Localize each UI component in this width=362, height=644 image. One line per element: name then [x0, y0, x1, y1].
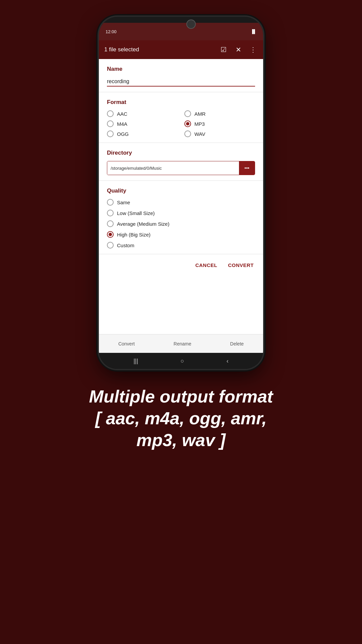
directory-section: Directory •••: [99, 143, 263, 181]
quality-option-same[interactable]: Same: [107, 199, 255, 206]
directory-input-row: •••: [107, 161, 255, 175]
phone-frame: 12:00 ▐▌ 1 file selected ☑ ✕ ⋮ Name Form…: [99, 17, 263, 369]
radio-mp3: [184, 120, 191, 127]
cancel-button[interactable]: CANCEL: [194, 260, 219, 271]
dialog-overlay: Name Format AAC AMR: [99, 59, 263, 334]
format-option-wav[interactable]: WAV: [184, 130, 255, 137]
radio-same: [107, 199, 114, 206]
radio-m4a: [107, 120, 114, 127]
convert-button[interactable]: CONVERT: [227, 260, 255, 271]
action-bar-title: 1 file selected: [104, 46, 215, 53]
format-section: Format AAC AMR M4A: [99, 92, 263, 143]
bottom-nav: Convert Rename Delete: [99, 334, 263, 353]
status-time: 12:00: [106, 29, 117, 34]
battery-icon: ▐▌: [251, 29, 256, 34]
radio-custom: [107, 242, 114, 249]
quality-option-high[interactable]: High (Big Size): [107, 231, 255, 238]
quality-high-label: High (Big Size): [117, 232, 150, 237]
format-option-m4a[interactable]: M4A: [107, 120, 178, 127]
quality-section: Quality Same Low (Small Size) Averag: [99, 181, 263, 254]
quality-option-average[interactable]: Average (Medium Size): [107, 220, 255, 227]
format-m4a-label: M4A: [117, 121, 127, 127]
nav-rename[interactable]: Rename: [174, 341, 191, 346]
promo-line-3: mp3, wav ]: [89, 429, 273, 451]
quality-list: Same Low (Small Size) Average (Medium Si…: [107, 199, 255, 249]
format-grid: AAC AMR M4A MP3: [107, 110, 255, 137]
radio-ogg: [107, 130, 114, 137]
recents-icon[interactable]: |||: [133, 358, 138, 365]
format-option-amr[interactable]: AMR: [184, 110, 255, 117]
radio-low: [107, 210, 114, 216]
directory-browse-button[interactable]: •••: [239, 161, 255, 175]
promo-text-block: Multiple output format [ aac, m4a, ogg, …: [69, 386, 293, 451]
quality-option-custom[interactable]: Custom: [107, 242, 255, 249]
format-option-aac[interactable]: AAC: [107, 110, 178, 117]
quality-low-label: Low (Small Size): [117, 210, 155, 216]
format-aac-label: AAC: [117, 111, 127, 117]
radio-aac: [107, 110, 114, 117]
format-amr-label: AMR: [194, 111, 205, 117]
promo-line-1: Multiple output format: [89, 386, 273, 408]
radio-average: [107, 220, 114, 227]
format-option-ogg[interactable]: OGG: [107, 130, 178, 137]
more-options-icon[interactable]: ⋮: [248, 45, 258, 54]
bg-content: Name Format AAC AMR: [99, 59, 263, 334]
radio-amr: [184, 110, 191, 117]
dialog: Name Format AAC AMR: [99, 59, 263, 334]
back-icon[interactable]: ‹: [227, 358, 229, 365]
quality-custom-label: Custom: [117, 243, 134, 248]
name-input[interactable]: [107, 77, 255, 87]
nav-delete[interactable]: Delete: [230, 341, 244, 346]
camera-icon: [186, 19, 196, 29]
format-label: Format: [107, 99, 255, 106]
status-icons: ▐▌: [251, 29, 256, 34]
checkbox-icon[interactable]: ☑: [219, 45, 228, 54]
browse-dots-icon: •••: [244, 165, 249, 171]
radio-wav: [184, 130, 191, 137]
name-label: Name: [107, 66, 255, 72]
home-bar: ||| ○ ‹: [99, 353, 263, 369]
format-option-mp3[interactable]: MP3: [184, 120, 255, 127]
nav-convert[interactable]: Convert: [118, 341, 135, 346]
quality-label: Quality: [107, 187, 255, 194]
status-bar: 12:00 ▐▌: [99, 23, 263, 40]
quality-same-label: Same: [117, 200, 130, 205]
name-section: Name: [99, 59, 263, 92]
close-icon[interactable]: ✕: [234, 45, 243, 54]
format-wav-label: WAV: [194, 131, 205, 137]
promo-line-2: [ aac, m4a, ogg, amr,: [89, 408, 273, 429]
phone-notch: [161, 17, 201, 23]
format-ogg-label: OGG: [117, 131, 129, 137]
quality-option-low[interactable]: Low (Small Size): [107, 210, 255, 216]
action-bar: 1 file selected ☑ ✕ ⋮: [99, 40, 263, 59]
format-mp3-label: MP3: [194, 121, 205, 127]
home-icon[interactable]: ○: [181, 358, 184, 365]
action-bar-icons: ☑ ✕ ⋮: [219, 45, 258, 54]
radio-high: [107, 231, 114, 238]
quality-average-label: Average (Medium Size): [117, 221, 169, 227]
directory-label: Directory: [107, 150, 255, 156]
directory-path-input[interactable]: [107, 161, 239, 175]
dialog-buttons: CANCEL CONVERT: [99, 254, 263, 276]
